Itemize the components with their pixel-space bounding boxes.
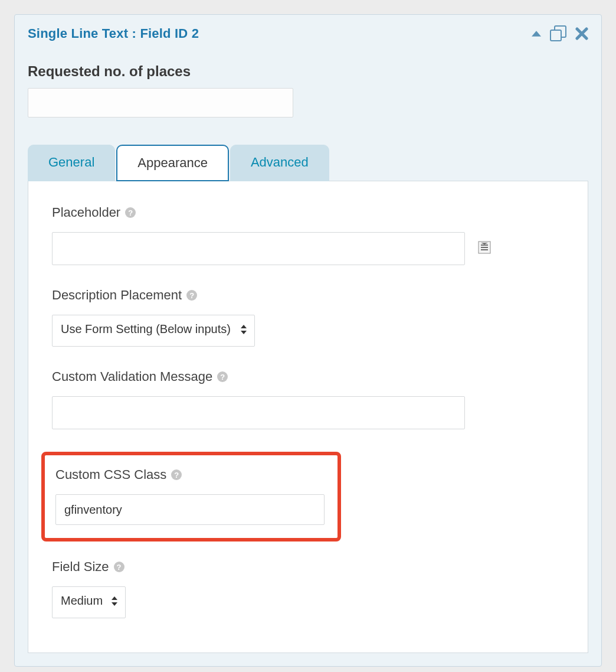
placeholder-label-text: Placeholder	[52, 205, 120, 220]
custom-css-label: Custom CSS Class ?	[55, 467, 327, 482]
help-icon[interactable]: ?	[114, 562, 124, 572]
help-icon[interactable]: ?	[125, 207, 136, 218]
description-placement-select[interactable]: Use Form Setting (Below inputs)	[52, 315, 255, 347]
panel-header: Single Line Text : Field ID 2	[15, 15, 601, 51]
custom-validation-input[interactable]	[52, 396, 465, 429]
tabs: General Appearance Advanced	[28, 145, 588, 181]
custom-css-input[interactable]	[55, 494, 325, 525]
custom-validation-label-text: Custom Validation Message	[52, 369, 212, 384]
panel-actions	[532, 25, 588, 42]
setting-placeholder: Placeholder ?	[52, 205, 564, 265]
svg-marker-0	[532, 31, 541, 37]
field-preview-label: Requested no. of places	[28, 63, 588, 80]
field-size-label: Field Size ?	[52, 559, 564, 575]
collapse-icon[interactable]	[532, 31, 541, 37]
description-placement-label: Description Placement ?	[52, 288, 564, 303]
placeholder-input[interactable]	[52, 232, 465, 265]
field-preview: Requested no. of places	[28, 63, 588, 118]
field-preview-input[interactable]	[28, 88, 293, 118]
custom-validation-label: Custom Validation Message ?	[52, 369, 564, 384]
tab-appearance[interactable]: Appearance	[116, 145, 229, 181]
placeholder-label: Placeholder ?	[52, 205, 564, 220]
field-settings-panel: Single Line Text : Field ID 2 Requested …	[14, 14, 602, 667]
setting-custom-css-highlight: Custom CSS Class ?	[41, 452, 341, 541]
field-size-label-text: Field Size	[52, 559, 109, 575]
merge-tags-icon[interactable]	[478, 241, 491, 256]
duplicate-icon[interactable]	[549, 25, 567, 42]
help-icon[interactable]: ?	[171, 469, 182, 480]
description-placement-value: Use Form Setting (Below inputs)	[61, 322, 231, 335]
field-size-select[interactable]: Medium	[52, 586, 126, 618]
panel-title: Single Line Text : Field ID 2	[28, 26, 199, 41]
close-icon[interactable]	[575, 27, 588, 40]
setting-description-placement: Description Placement ? Use Form Setting…	[52, 288, 564, 347]
tab-general[interactable]: General	[28, 145, 115, 181]
tab-advanced[interactable]: Advanced	[230, 145, 329, 181]
field-size-value: Medium	[61, 594, 103, 607]
help-icon[interactable]: ?	[217, 371, 228, 382]
setting-field-size: Field Size ? Medium	[52, 559, 564, 618]
description-placement-label-text: Description Placement	[52, 288, 182, 303]
setting-custom-validation: Custom Validation Message ?	[52, 369, 564, 429]
panel-body: Requested no. of places General Appearan…	[15, 51, 601, 666]
svg-rect-1	[551, 30, 561, 41]
custom-css-label-text: Custom CSS Class	[55, 467, 166, 482]
tab-content-appearance: Placeholder ?	[28, 181, 588, 653]
help-icon[interactable]: ?	[186, 290, 197, 301]
